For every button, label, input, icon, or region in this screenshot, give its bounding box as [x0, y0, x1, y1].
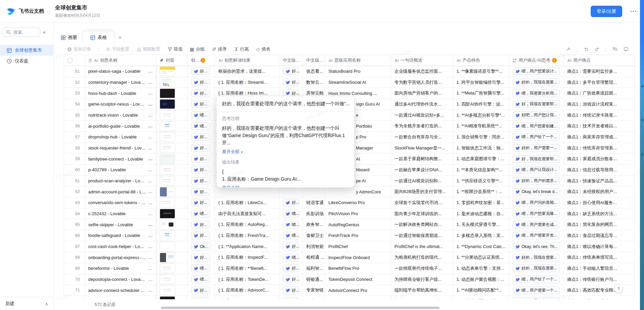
cell-record-name[interactable]: beneformix - Lovable... [85, 263, 156, 274]
column-header-中文版...[interactable]: 中文版... [279, 55, 303, 66]
cell-user-pain[interactable]: 痛点1：家庭成员分散各... [564, 153, 635, 164]
cell-product-features[interactable]: 1. **像素级还原引擎**... [453, 66, 509, 77]
tab-active[interactable]: 表格 [83, 31, 114, 44]
expand-record-button[interactable]: ... [148, 113, 153, 118]
cell-ai-raw[interactable]: 嗯... [187, 274, 215, 285]
cell-one-line-summary[interactable]: 面向青少年足球训练的... [391, 208, 453, 219]
expand-record-button[interactable]: ... [148, 91, 153, 96]
cell-interpretation[interactable]: { 1. 应用名称：**Benefi... [215, 263, 279, 274]
cell-ai-raw[interactable]: 嗯... [187, 263, 215, 274]
toolbar-add-button[interactable]: 添加记录 [67, 46, 91, 52]
login-register-button[interactable]: 登录/注册 [591, 6, 622, 17]
cell-pain-ai-thinking[interactable]: 嗯，用户想要创建... [509, 121, 564, 131]
cell-row-number[interactable]: 62 [64, 186, 85, 197]
cell-ai-raw[interactable]: 好... [187, 77, 215, 88]
cell-user-pain[interactable]: 痛点1：传统库存管理系... [564, 143, 635, 153]
column-header-创意解读结果[interactable]: 创意解读结果 [215, 55, 279, 66]
cell-pain-ai-thinking[interactable]: 好，我现在需要帮... [509, 99, 564, 110]
cell-ai-raw[interactable]: 好... [187, 165, 215, 175]
cell-pain-ai-thinking[interactable]: 好吧，用户想让我... [509, 110, 564, 121]
expand-record-button[interactable]: ... [148, 124, 153, 128]
cell-one-line-summary[interactable]: 面向房地产营销客户的... [391, 88, 453, 99]
cell-product-features[interactable]: 1. **AI驱动顾问匹配**... [453, 285, 509, 296]
cell-pain-ai-thinking[interactable]: 好的，我现在需要... [509, 252, 564, 263]
cell-row-number[interactable]: 71 [64, 285, 85, 296]
cell-pain-ai-thinking[interactable]: 嗯，用户需要开发... [509, 230, 564, 241]
cell-one-line-summary[interactable]: 专为数字营销人员打造... [391, 77, 453, 88]
cell-cn-ai[interactable]: 好... [279, 77, 303, 88]
cell-record-name[interactable]: product-scan-analyzer - Lova...... [85, 176, 156, 186]
search-input[interactable] [13, 29, 38, 35]
cell-one-line-summary[interactable]: 一款通过AI视觉识别和... [391, 176, 453, 186]
horizontal-scrollbar[interactable] [161, 307, 439, 309]
cell-row-number[interactable]: 63 [64, 197, 85, 208]
toolbar-redo-button[interactable] [595, 47, 600, 52]
cell-pain-ai-thinking[interactable]: 好的，用户的需求... [509, 176, 564, 186]
toolbar-find-button[interactable] [612, 47, 618, 52]
expand-record-button[interactable]: ... [148, 146, 153, 150]
cell-interpretation[interactable] [215, 186, 279, 197]
expand-record-button[interactable]: ... [148, 222, 153, 227]
cell-user-pain[interactable]: 痛点1：技术开发者难以... [564, 121, 635, 131]
cell-cover[interactable] [156, 77, 187, 88]
cell-original-app-name[interactable]: AdvisorConnect Pro [325, 285, 391, 296]
cell-user-pain[interactable]: 痛点1：商家库存管理成... [564, 132, 635, 142]
sidebar-item-active[interactable]: 全球创意集市 [0, 45, 53, 56]
cell-interpretation[interactable]: { 1. 应用名称：InspectF... [215, 252, 279, 263]
cell-cn-name[interactable] [303, 186, 325, 197]
cell-user-pain[interactable]: 痛点1：难以准确计算每... [564, 241, 635, 252]
cell-cover[interactable] [156, 66, 187, 77]
cell-cn-name[interactable]: 链银通... [303, 274, 325, 285]
expand-record-button[interactable]: ... [148, 189, 153, 194]
cell-user-pain[interactable]: 痛点1：手动输入繁琐且... [564, 263, 635, 274]
cell-product-features[interactable]: 1. **AI精准导航系统**... [453, 121, 509, 131]
cell-one-line-summary[interactable]: 一款整合自有库存与全... [391, 132, 453, 142]
cell-one-line-summary[interactable]: 为检测机构打造的现代... [391, 252, 453, 263]
cell-row-number[interactable]: 55 [64, 110, 85, 121]
cell-ai-raw[interactable]: 好... [187, 132, 215, 142]
toolbar-fill-button[interactable]: ◇填色 [256, 46, 270, 52]
cell-ai-raw[interactable]: 好... [187, 176, 215, 186]
cell-cn-name[interactable]: 检程通 ... [303, 252, 325, 263]
expand-record-button[interactable]: ... [148, 69, 153, 74]
cell-one-line-summary[interactable]: 企业级服务状态监控面... [391, 66, 453, 77]
expand-record-button[interactable]: ... [148, 179, 153, 183]
cell-record-name[interactable]: familytree-connect - Lovable... [85, 153, 156, 164]
cell-cn-name[interactable]: 数智云... [303, 77, 325, 88]
cell-row-number[interactable]: 67 [64, 241, 85, 252]
cell-user-pain[interactable]: 痛点1：需要实时监控多... [564, 66, 635, 77]
cell-product-features[interactable]: 1. **Meta广告智脑引擎... [453, 88, 509, 99]
column-header-select[interactable] [64, 55, 85, 66]
cell-record-name[interactable]: p-402789 - Lovable... [85, 165, 156, 175]
cell-original-app-name[interactable]: PitchVision Pro [325, 208, 391, 219]
cell-original-app-name[interactable]: AutoRegGenius [325, 219, 391, 230]
cell-cover[interactable] [156, 153, 187, 164]
cell-cn-name[interactable]: 状态看... [303, 66, 325, 77]
cell-one-line-summary[interactable]: ProfitChef is the ultimat... [391, 241, 453, 252]
cell-record-name[interactable]: depositopia-connect - Lovable... [85, 274, 156, 285]
expand-record-button[interactable]: ... [148, 266, 153, 271]
cell-pain-ai-thinking[interactable]: 好的，我现在需要... [509, 77, 564, 88]
cell-cn-ai[interactable]: 嗯... [279, 252, 303, 263]
cell-cover[interactable] [156, 274, 187, 285]
toolbar-comment-button[interactable] [624, 47, 629, 52]
expand-all-link[interactable]: 展开全部 [222, 149, 243, 155]
cell-cn-name[interactable]: 专家智链 [303, 285, 325, 296]
expand-record-button[interactable]: ... [148, 102, 153, 107]
cell-record-name[interactable]: nutritrack-vision - Lovable... [85, 110, 156, 121]
cell-cn-ai[interactable]: 好... [279, 285, 303, 296]
cell-original-app-name[interactable]: BenefitFlow Pro [325, 263, 391, 274]
cell-interpretation[interactable]: { 1. 应用名称：Streamli... [215, 77, 279, 88]
cell-cover[interactable] [156, 241, 187, 252]
column-header-用户痛点-AI思考[interactable]: 用户痛点-AI思考! [509, 55, 564, 66]
cell-pain-ai-thinking[interactable]: Okay, let's see. Th... [509, 241, 564, 252]
help-button[interactable]: ? [614, 284, 623, 293]
cell-pain-ai-thinking[interactable]: 嗯，用户给了一个... [509, 132, 564, 142]
cell-user-pain[interactable]: 痛点1：担心使用AI服务... [564, 197, 635, 208]
cell-row-number[interactable]: 51 [64, 66, 85, 77]
cell-product-features[interactable]: 1. 混合销售引擎：同步... [453, 132, 509, 142]
more-menu-icon[interactable]: ··· [630, 8, 637, 14]
cell-row-number[interactable]: 60 [64, 165, 85, 175]
cell-cover[interactable] [156, 88, 187, 99]
column-header-创...[interactable]: 创...! [187, 55, 215, 66]
